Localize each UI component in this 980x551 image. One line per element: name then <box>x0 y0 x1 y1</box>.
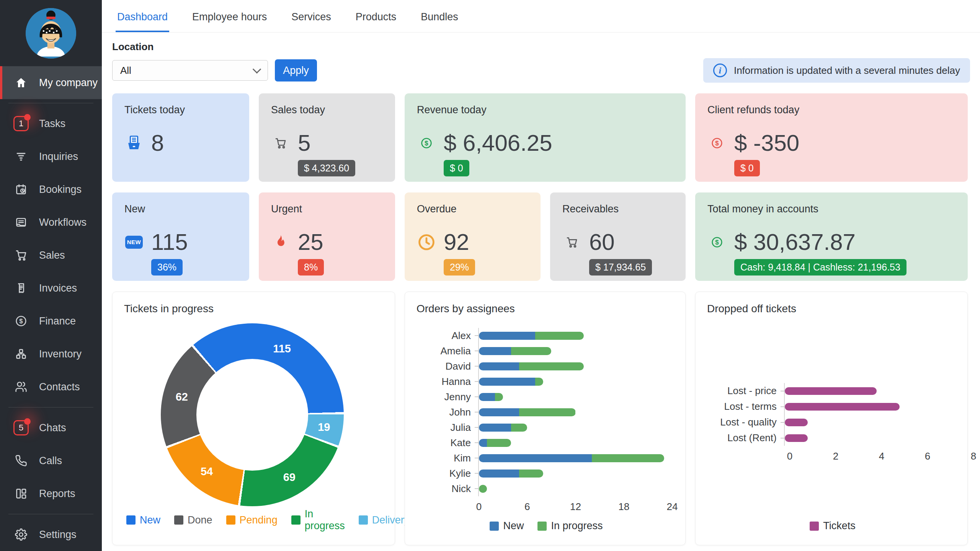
stacked-bar <box>479 408 576 416</box>
workflow-doc-icon <box>13 216 29 228</box>
tick-dash <box>475 366 478 367</box>
sidebar-item-my-company[interactable]: My company <box>0 66 102 99</box>
sidebar: My company1TasksInquiriesBookingsWorkflo… <box>0 0 102 551</box>
bar-track <box>784 383 956 399</box>
bar-track <box>478 404 672 420</box>
legend-label: In progress <box>305 508 345 532</box>
legend-item-done[interactable]: Done <box>174 508 212 532</box>
bar-segment <box>479 347 511 355</box>
cart-icon <box>13 249 29 261</box>
sidebar-item-finance[interactable]: $Finance <box>0 305 102 337</box>
bar-segment <box>479 393 495 401</box>
stat-cards-row-1: Tickets today8Sales today5$ 4,323.60Reve… <box>112 93 970 182</box>
tab-employee-hours[interactable]: Employee hours <box>191 11 268 32</box>
legend-item-in-progress[interactable]: In progress <box>537 520 603 532</box>
legend-swatch-icon <box>174 515 183 525</box>
bar-segment <box>479 469 519 478</box>
tick-dash <box>475 350 478 351</box>
bar-segment <box>495 393 503 401</box>
tab-bundles[interactable]: Bundles <box>419 11 460 32</box>
sidebar-item-inquiries[interactable]: Inquiries <box>0 140 102 173</box>
legend-item-tickets[interactable]: Tickets <box>810 520 856 532</box>
bar-category-label: Nick <box>416 483 475 495</box>
x-axis-tick: 8 <box>971 450 976 462</box>
legend-label: Tickets <box>823 520 856 532</box>
stacked-bar <box>479 424 527 432</box>
stacked-bar <box>479 393 503 401</box>
legend-swatch-icon <box>226 515 235 525</box>
x-axis-tick: 2 <box>833 450 838 462</box>
sidebar-item-settings[interactable]: Settings <box>0 518 102 551</box>
sidebar-item-invoices[interactable]: Invoices <box>0 272 102 305</box>
legend-label: New <box>140 514 160 526</box>
sidebar-item-label: Reports <box>39 488 75 500</box>
bar-segment <box>479 408 519 416</box>
sidebar-item-inventory[interactable]: Inventory <box>0 337 102 370</box>
bar-category-label: Lost (Rent) <box>707 432 781 444</box>
badge-count: 5 <box>19 423 23 433</box>
bar-row-jenny: Jenny <box>416 389 674 404</box>
legend-item-new[interactable]: New <box>126 508 160 532</box>
tick-dash <box>475 473 478 474</box>
bar-segment <box>479 424 511 432</box>
stat-card-urgent: Urgent258% <box>259 192 395 281</box>
donut-slice-label: 115 <box>273 342 291 355</box>
bar <box>785 387 877 395</box>
x-axis-tick: 18 <box>618 501 629 513</box>
legend-label: Delivery <box>372 514 410 526</box>
stat-card-value: $ -350 <box>734 130 799 156</box>
sidebar-item-sales[interactable]: Sales <box>0 239 102 272</box>
stat-card-main: 92 <box>417 229 528 255</box>
sidebar-item-label: Workflows <box>39 217 87 228</box>
stat-card-badge: $ 0 <box>444 160 469 176</box>
sidebar-item-calls[interactable]: Calls <box>0 444 102 477</box>
sidebar-item-tasks[interactable]: 1Tasks <box>0 107 102 140</box>
bar-track <box>478 420 672 435</box>
x-axis-tick: 0 <box>476 501 482 513</box>
legend-swatch-icon <box>490 522 499 531</box>
avatar-wrap <box>0 0 102 66</box>
bar-category-label: Lost - quality <box>707 416 781 428</box>
tab-products[interactable]: Products <box>354 11 398 32</box>
sidebar-item-reports[interactable]: Reports <box>0 477 102 510</box>
legend-swatch-icon <box>291 515 301 525</box>
sidebar-item-workflows[interactable]: Workflows <box>0 206 102 239</box>
donut-slice-label: 62 <box>176 391 188 403</box>
tick-dash <box>781 406 784 407</box>
chats-badge-icon: 5 <box>13 420 29 435</box>
svg-text:$: $ <box>715 140 719 147</box>
x-axis-tick: 6 <box>524 501 530 513</box>
legend-swatch-icon <box>126 515 136 525</box>
simple-bar-chart: Lost - priceLost - termsLost - qualityLo… <box>707 383 956 463</box>
stacked-bar <box>479 362 584 370</box>
stat-card-badge: 8% <box>298 259 324 276</box>
bar-row-alex: Alex <box>416 328 674 343</box>
stat-card-main: 5 <box>271 130 383 156</box>
tab-dashboard[interactable]: Dashboard <box>116 11 169 32</box>
bar-track <box>784 399 956 414</box>
legend-item-delivery[interactable]: Delivery <box>359 508 410 532</box>
bar-segment <box>479 439 487 447</box>
sidebar-item-chats[interactable]: 5Chats <box>0 411 102 444</box>
apply-button[interactable]: Apply <box>275 59 317 82</box>
stat-card-title: Revenue today <box>417 104 673 116</box>
avatar[interactable] <box>26 8 76 59</box>
tick-dash <box>781 438 784 439</box>
sidebar-item-contacts[interactable]: Contacts <box>0 370 102 403</box>
legend-item-new[interactable]: New <box>490 520 524 532</box>
sidebar-item-bookings[interactable]: Bookings <box>0 173 102 206</box>
stat-card-badge: $ 17,934.65 <box>589 259 652 276</box>
stat-card-badge: 36% <box>151 259 183 276</box>
stat-card-main: 25 <box>271 229 383 255</box>
bar <box>785 434 808 442</box>
content: Location All Apply i Information is upda… <box>102 33 980 551</box>
stat-card-title: New <box>124 203 237 215</box>
tab-services[interactable]: Services <box>290 11 333 32</box>
receipt-icon <box>13 282 29 294</box>
legend-item-in-progress[interactable]: In progress <box>291 508 345 532</box>
location-select[interactable]: All <box>112 60 268 81</box>
x-axis-tick: 24 <box>667 501 678 513</box>
legend-item-pending[interactable]: Pending <box>226 508 278 532</box>
stat-card-revenue-today: Revenue today$$ 6,406.25$ 0 <box>405 93 686 182</box>
stacked-bar-legend: NewIn progress <box>416 520 674 534</box>
